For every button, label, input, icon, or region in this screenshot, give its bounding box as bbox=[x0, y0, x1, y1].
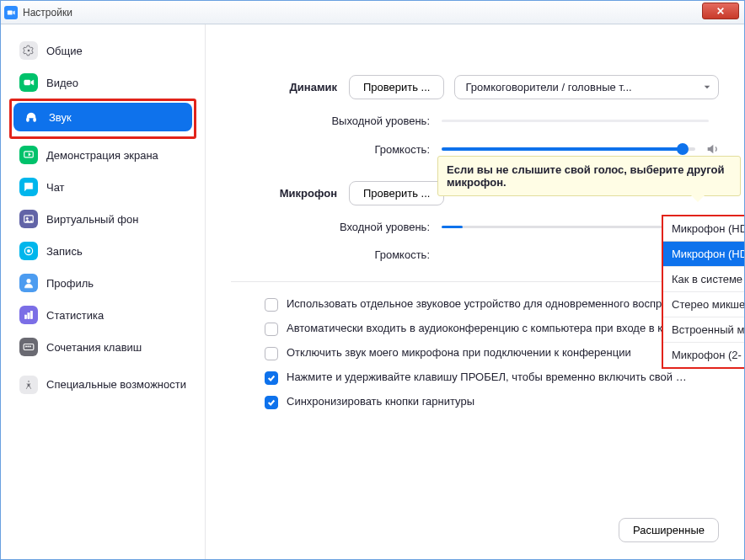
image-icon bbox=[19, 210, 38, 228]
share-screen-icon bbox=[19, 146, 38, 164]
divider bbox=[231, 281, 719, 282]
checkbox-label: Автоматически входить в аудиоконференцию… bbox=[287, 322, 686, 334]
input-level-label: Входной уровень: bbox=[231, 221, 442, 233]
sidebar-item-label: Звук bbox=[49, 111, 72, 124]
mic-volume-row: Громкость: bbox=[231, 248, 719, 261]
keyboard-icon bbox=[19, 338, 38, 356]
dropdown-option[interactable]: Микрофон (2- IDT High Definition Au… bbox=[663, 342, 744, 367]
checkbox-icon bbox=[265, 396, 278, 409]
sidebar-item-video[interactable]: Видео bbox=[11, 68, 195, 97]
sidebar: Общие Видео Звук Демонстрация экрана bbox=[1, 24, 206, 559]
svg-rect-15 bbox=[26, 346, 27, 347]
mic-device-dropdown[interactable]: Микрофон (HD Webcam C270) Микрофон (HD W… bbox=[662, 215, 744, 369]
svg-rect-16 bbox=[28, 346, 29, 347]
checkbox-label: Нажмите и удерживайте клавишу ПРОБЕЛ, чт… bbox=[287, 371, 691, 383]
sidebar-item-label: Запись bbox=[46, 245, 83, 258]
sidebar-item-label: Чат bbox=[46, 181, 65, 194]
sidebar-item-recording[interactable]: Запись bbox=[11, 237, 195, 265]
select-value: Громкоговорители / головные т... bbox=[465, 81, 631, 93]
headphones-icon bbox=[22, 108, 40, 126]
checkbox-list: Использовать отдельное звуковое устройст… bbox=[231, 297, 719, 409]
chat-icon bbox=[19, 178, 38, 196]
camera-icon bbox=[19, 73, 38, 92]
mic-volume-label: Громкость: bbox=[231, 248, 442, 261]
checkbox-auto-join-audio[interactable]: Автоматически входить в аудиоконференцию… bbox=[265, 322, 719, 336]
svg-point-18 bbox=[28, 381, 29, 382]
checkbox-label: Синхронизировать кнопки гарнитуры bbox=[287, 395, 474, 408]
speaker-volume-row: Громкость: bbox=[231, 142, 719, 156]
sidebar-item-statistics[interactable]: Статистика bbox=[11, 301, 195, 329]
svg-rect-3 bbox=[27, 118, 29, 121]
sidebar-item-share[interactable]: Демонстрация экрана bbox=[11, 141, 195, 169]
dropdown-option[interactable]: Стерео микшер (2- IDT High Definitio… bbox=[663, 291, 744, 317]
speaker-volume-slider[interactable] bbox=[442, 147, 695, 151]
mic-tooltip: Если вы не слышите свой голос, выберите … bbox=[437, 156, 741, 196]
dropdown-selected[interactable]: Микрофон (HD Webcam C270) bbox=[663, 216, 744, 242]
accessibility-icon bbox=[19, 376, 38, 394]
close-button[interactable] bbox=[702, 3, 739, 19]
svg-rect-4 bbox=[34, 118, 35, 121]
svg-point-9 bbox=[27, 249, 30, 253]
sidebar-item-general[interactable]: Общие bbox=[11, 36, 195, 65]
sidebar-item-label: Демонстрация экрана bbox=[46, 149, 158, 162]
advanced-button[interactable]: Расширенные bbox=[619, 518, 719, 542]
sidebar-item-audio[interactable]: Звук bbox=[13, 103, 192, 131]
svg-rect-11 bbox=[24, 315, 26, 319]
dropdown-option[interactable]: Как в системе bbox=[663, 266, 744, 291]
chevron-down-icon bbox=[703, 81, 711, 93]
sidebar-item-accessibility[interactable]: Специальные возможности bbox=[11, 365, 195, 405]
checkbox-sync-headset[interactable]: Синхронизировать кнопки гарнитуры bbox=[265, 395, 719, 409]
sidebar-item-label: Сочетания клавиш bbox=[46, 341, 142, 354]
gear-icon bbox=[19, 41, 38, 60]
checkbox-mute-on-join[interactable]: Отключить звук моего микрофона при подкл… bbox=[265, 346, 719, 360]
checkbox-icon bbox=[265, 323, 278, 336]
record-icon bbox=[19, 242, 38, 260]
main-panel: Динамик Проверить ... Громкоговорители /… bbox=[206, 24, 744, 559]
output-level-label: Выходной уровень: bbox=[231, 115, 442, 127]
svg-rect-2 bbox=[24, 80, 30, 85]
sidebar-item-label: Профиль bbox=[46, 277, 94, 290]
mic-label: Микрофон bbox=[231, 187, 349, 200]
titlebar: Настройки bbox=[1, 1, 744, 24]
speaker-device-select[interactable]: Громкоговорители / головные т... bbox=[454, 75, 719, 99]
checkbox-icon bbox=[265, 347, 278, 360]
checkbox-label: Отключить звук моего микрофона при подкл… bbox=[287, 346, 631, 359]
app-icon bbox=[4, 6, 18, 19]
checkbox-label: Использовать отдельное звуковое устройст… bbox=[287, 297, 691, 310]
svg-rect-13 bbox=[30, 311, 32, 318]
select-value: Микрофон (HD Webcam C270) bbox=[672, 222, 744, 235]
speaker-volume-label: Громкость: bbox=[231, 143, 442, 156]
checkbox-separate-audio[interactable]: Использовать отдельное звуковое устройст… bbox=[265, 297, 719, 312]
sidebar-item-label: Статистика bbox=[46, 309, 104, 322]
input-level-row: Входной уровень: bbox=[231, 221, 719, 233]
output-level-row: Выходной уровень: bbox=[231, 115, 719, 127]
volume-icon bbox=[705, 142, 719, 156]
output-level-meter bbox=[442, 120, 709, 122]
svg-point-1 bbox=[27, 49, 30, 52]
sidebar-item-label: Специальные возможности bbox=[46, 378, 186, 392]
sidebar-item-label: Виртуальный фон bbox=[46, 213, 138, 226]
sidebar-item-shortcuts[interactable]: Сочетания клавиш bbox=[11, 333, 195, 361]
checkbox-push-to-talk[interactable]: Нажмите и удерживайте клавишу ПРОБЕЛ, чт… bbox=[265, 371, 719, 385]
speaker-row: Динамик Проверить ... Громкоговорители /… bbox=[231, 75, 719, 99]
profile-icon bbox=[19, 274, 38, 292]
svg-point-10 bbox=[27, 279, 31, 283]
footer: Расширенные bbox=[619, 518, 719, 542]
window-title: Настройки bbox=[23, 7, 72, 19]
test-speaker-button[interactable]: Проверить ... bbox=[349, 75, 444, 99]
svg-rect-17 bbox=[29, 346, 30, 347]
dropdown-option[interactable]: Встроенный микрофон (2- IDT High D… bbox=[663, 317, 744, 342]
sidebar-item-label: Видео bbox=[46, 77, 78, 89]
sidebar-item-chat[interactable]: Чат bbox=[11, 173, 195, 201]
dropdown-option[interactable]: Микрофон (HD Webcam C270) bbox=[663, 242, 744, 266]
svg-rect-0 bbox=[8, 10, 13, 14]
svg-point-7 bbox=[26, 217, 28, 219]
sidebar-item-virtual-bg[interactable]: Виртуальный фон bbox=[11, 205, 195, 233]
svg-rect-12 bbox=[28, 313, 29, 319]
checkbox-icon bbox=[265, 371, 278, 385]
speaker-label: Динамик bbox=[231, 81, 349, 93]
test-mic-button[interactable]: Проверить ... bbox=[349, 181, 444, 205]
sidebar-item-profile[interactable]: Профиль bbox=[11, 269, 195, 297]
checkbox-icon bbox=[265, 298, 278, 312]
sidebar-item-label: Общие bbox=[46, 45, 83, 57]
